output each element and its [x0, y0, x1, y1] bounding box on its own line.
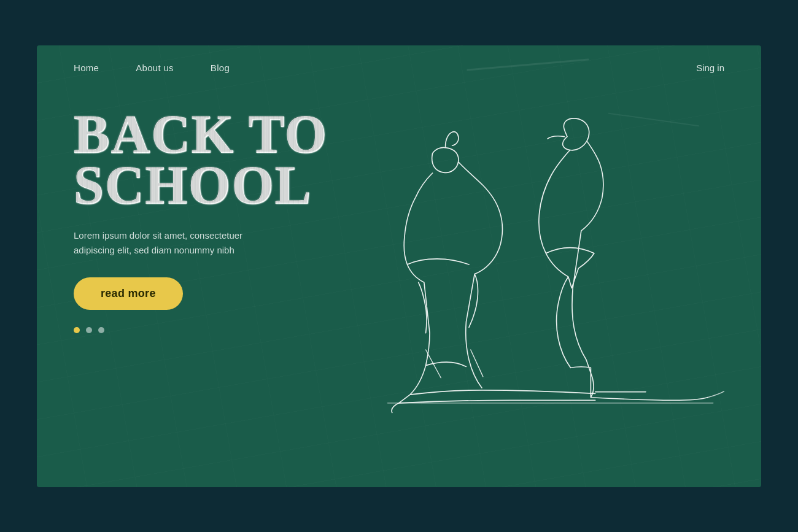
title-line1: BACK TO — [74, 109, 331, 160]
nav-blog[interactable]: Blog — [211, 63, 230, 73]
nav-links: Home About us Blog — [74, 63, 696, 73]
title-line2: SCHOOL — [74, 160, 331, 211]
nav-home[interactable]: Home — [74, 63, 99, 73]
hero-content: BACK TO SCHOOL Lorem ipsum dolor sit ame… — [74, 102, 331, 477]
main-board: Home About us Blog Sing in BACK TO SCHOO… — [37, 45, 761, 487]
dot-1[interactable] — [74, 327, 80, 333]
read-more-button[interactable]: read more — [74, 277, 183, 310]
hero-section: BACK TO SCHOOL Lorem ipsum dolor sit ame… — [37, 90, 761, 477]
hero-title: BACK TO SCHOOL — [74, 109, 331, 211]
dot-3[interactable] — [98, 327, 104, 333]
students-drawing — [331, 84, 724, 458]
hero-description: Lorem ipsum dolor sit amet, consectetuer… — [74, 228, 282, 258]
page-wrapper: Home About us Blog Sing in BACK TO SCHOO… — [0, 0, 798, 532]
pagination-dots — [74, 327, 331, 333]
nav-about[interactable]: About us — [136, 63, 174, 73]
dot-2[interactable] — [86, 327, 92, 333]
nav-signin[interactable]: Sing in — [696, 63, 724, 73]
hero-illustration — [331, 102, 724, 477]
